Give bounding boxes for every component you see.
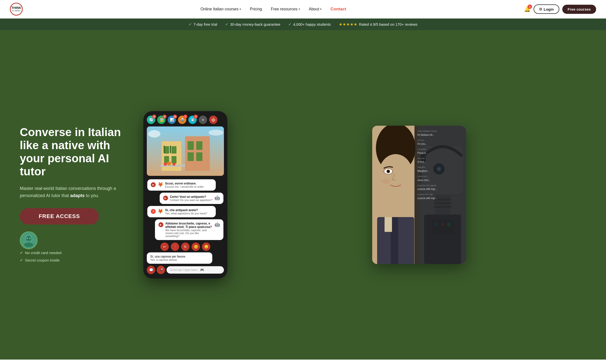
svg-point-3 <box>27 238 28 239</box>
svg-rect-19 <box>196 141 202 150</box>
phone-bg-image <box>147 126 224 176</box>
toolbar-btn-4[interactable]: 🖨️3 <box>178 116 186 124</box>
ai-bg: Ciao Stefano! Fami... Hi Stefano! Al... … <box>372 126 466 264</box>
nav-item-courses[interactable]: Online Italian courses ▾ <box>197 5 244 13</box>
check-icon-1: ✓ <box>189 22 192 27</box>
scene-svg <box>147 126 224 176</box>
check-icon-3: ✓ <box>288 22 291 27</box>
reaction-happy[interactable]: 😊 <box>192 243 200 251</box>
toolbar-btn-7[interactable]: ⏻ <box>209 116 217 124</box>
trust-item-guarantee: ✓ 30-day money-back guarantee <box>225 22 280 27</box>
svg-rect-12 <box>170 146 171 153</box>
logo-circle: THINK in Italian <box>10 3 23 16</box>
chat-bubble-1: ▶ 🦊 Scusi, vorrei ordinare. Excuse me, I… <box>147 179 216 191</box>
hero-left: Converse in Italian like a native with y… <box>20 126 124 264</box>
free-access-button[interactable]: FREE ACCESS <box>20 208 99 224</box>
check-icon-2: ✓ <box>225 22 228 27</box>
toolbar-btn-5[interactable]: ⬇️4 <box>188 116 197 124</box>
avatar-svg <box>21 232 37 248</box>
trust-item-trial: ✓ 7-day free trial <box>189 22 217 27</box>
svg-point-4 <box>29 238 31 239</box>
svg-rect-10 <box>172 156 176 163</box>
mic-icon[interactable]: 🎤 <box>157 266 165 274</box>
badge-1: 8 <box>152 115 156 119</box>
trust-rating: ★★★★★ Rated 4.9/5 based on 170+ reviews <box>339 22 417 27</box>
trust-item-students: ✓ 4,000+ happy students <box>288 22 331 27</box>
reaction-hint[interactable]: ❓ <box>171 243 179 251</box>
hero-checks: No credit card needed Secret coupon insi… <box>20 249 124 264</box>
nav-item-resources[interactable]: Free resources ▾ <box>267 5 303 13</box>
play-icon-3[interactable]: ▶ <box>158 222 163 227</box>
login-button[interactable]: ⊙ Login <box>534 4 559 14</box>
nav-item-about[interactable]: About ▾ <box>305 5 325 13</box>
chevron-down-icon-2: ▾ <box>299 7 300 11</box>
logo[interactable]: THINK in Italian <box>10 3 23 16</box>
reaction-bar: ↩ ❓ ↻ 😊 😞 <box>147 243 224 251</box>
toolbar-btn-2[interactable]: 🖼️5 <box>157 116 166 124</box>
reaction-retry[interactable]: ↻ <box>181 243 190 251</box>
human-svg <box>372 126 419 264</box>
logo-sub: in Italian <box>12 10 21 12</box>
free-courses-button[interactable]: Free courses <box>562 5 596 14</box>
ai-chat-panel: Ciao Stefano! Fami... Hi Stefano! Al... … <box>414 126 466 264</box>
svg-point-15 <box>167 162 171 165</box>
chat-bubble-4: ▶ Abbiamo bruschette, caprese, e affetta… <box>155 219 223 240</box>
badge-2: 5 <box>163 115 167 119</box>
human-face <box>372 126 419 264</box>
ai-chat-line-2: è il tuo... it's you... <box>417 139 463 146</box>
toolbar-btn-6[interactable]: ≡ <box>199 116 207 124</box>
phone-frame: 🔄8 🖼️5 📊13 🖨️3 ⬇️4 ≡ ⏻ <box>143 111 227 279</box>
nav-right: 🔔 1 ⊙ Login Free courses <box>524 4 596 14</box>
hero-title: Converse in Italian like a native with y… <box>20 126 124 178</box>
nav-item-pricing[interactable]: Pricing <box>246 5 265 13</box>
hero-check-2: Secret coupon inside <box>20 257 124 264</box>
play-icon-1[interactable]: ▶ <box>151 182 156 187</box>
svg-point-26 <box>378 154 413 196</box>
login-icon: ⊙ <box>539 7 542 11</box>
chevron-down-icon: ▾ <box>239 7 241 11</box>
play-icon-2[interactable]: ▶ <box>163 196 168 201</box>
ai-chat-line-5: Marghe... Margheri... <box>417 166 463 173</box>
badge-4: 3 <box>183 115 187 119</box>
svg-point-14 <box>164 162 167 166</box>
reaction-undo[interactable]: ↩ <box>160 243 169 251</box>
navbar: THINK in Italian Online Italian courses … <box>0 0 606 19</box>
ai-chat-line-7: la pizza con ingred... a pizza with ingr… <box>417 184 463 191</box>
logo-think: THINK <box>11 6 21 10</box>
toolbar-btn-3[interactable]: 📊13 <box>168 116 176 124</box>
ai-chat-line-1: Ciao Stefano! Fami... Hi Stefano! Al... <box>417 130 463 137</box>
phone-input-bar: 💬 🎤 Scrivi qui / type here... 🎮 <box>147 266 224 274</box>
badge-3: 13 <box>173 115 177 119</box>
reaction-sad[interactable]: 😞 <box>202 243 210 251</box>
toolbar-btn-1[interactable]: 🔄8 <box>147 116 155 124</box>
ai-frame: Ciao Stefano! Fami... Hi Stefano! Al... … <box>372 126 466 264</box>
chat-area: ▶ 🦊 Scusi, vorrei ordinare. Excuse me, I… <box>147 178 224 241</box>
ai-chat-line-8: a pizza con ingr... a pizza with ingr... <box>417 193 463 200</box>
phone-input[interactable]: Scrivi qui / type here... 🎮 <box>167 266 224 274</box>
bell-badge: 1 <box>528 4 532 9</box>
svg-point-32 <box>381 179 390 184</box>
avatar <box>20 231 38 249</box>
nav-contact[interactable]: Contact <box>327 5 349 14</box>
ai-chat-line-4: na scel... d choi... <box>417 157 463 164</box>
hero-subtitle: Master real-world Italian conversations … <box>20 185 124 199</box>
svg-rect-35 <box>385 217 392 232</box>
phone-toolbar: 🔄8 🖼️5 📊13 🖨️3 ⬇️4 ≡ ⏻ <box>147 116 224 124</box>
badge-5: 4 <box>194 115 198 119</box>
chat-icon[interactable]: 💬 <box>147 266 155 274</box>
svg-point-31 <box>387 170 389 172</box>
trust-bar: ✓ 7-day free trial ✓ 30-day money-back g… <box>0 19 606 30</box>
pause-icon[interactable]: ⏸ <box>151 209 156 214</box>
svg-rect-11 <box>164 146 165 153</box>
chevron-down-icon-3: ▾ <box>320 7 322 11</box>
svg-point-22 <box>148 130 160 138</box>
hero-check-1: No credit card needed <box>20 249 124 257</box>
svg-point-23 <box>209 130 223 136</box>
svg-point-16 <box>173 163 175 166</box>
svg-rect-20 <box>188 152 194 161</box>
svg-point-27 <box>375 173 381 182</box>
hero-right: Ciao Stefano! Fami... Hi Stefano! Al... … <box>247 126 591 264</box>
svg-rect-21 <box>196 152 202 161</box>
notification-bell[interactable]: 🔔 1 <box>524 6 531 12</box>
ai-chat-line-3: La pizza... Pizza d... <box>417 148 463 155</box>
